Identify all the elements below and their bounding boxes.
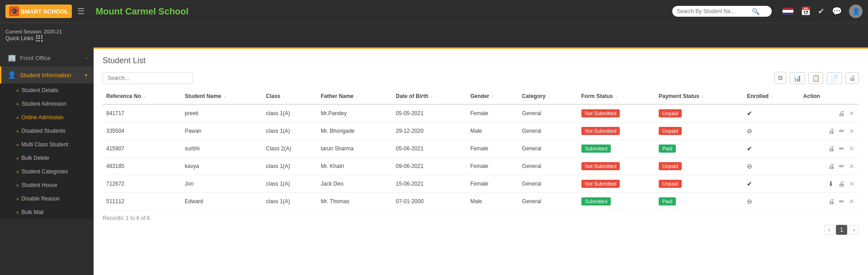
current-page-button[interactable]: 1 — [836, 225, 847, 235]
next-page-button[interactable]: › — [849, 225, 859, 235]
cell-gender: Female — [467, 175, 518, 193]
cell-payment-status: Paid — [655, 193, 743, 210]
sidebar-item-bulk-mail[interactable]: » Bulk Mail — [0, 205, 94, 219]
edit-button[interactable]: ✏ — [838, 162, 845, 171]
prev-page-button[interactable]: ‹ — [824, 225, 834, 235]
delete-button[interactable]: ✕ — [848, 109, 855, 118]
form-status-badge: Submitted — [581, 144, 611, 153]
csv-button[interactable]: 📋 — [808, 72, 823, 84]
delete-button[interactable]: ✕ — [848, 197, 855, 206]
cell-category: General — [519, 175, 578, 193]
col-payment-status: Payment Status ↕ — [655, 89, 743, 104]
cell-ref: 511112 — [103, 193, 181, 210]
disabled-students-label: Disabled Students — [22, 128, 66, 134]
print-row-button[interactable]: 🖨 — [827, 126, 835, 135]
grid-icon[interactable] — [36, 35, 42, 42]
hamburger-icon[interactable]: ☰ — [77, 6, 85, 16]
edit-button[interactable]: ✏ — [838, 144, 845, 153]
cell-action: 🖨✕ — [800, 104, 859, 122]
cell-action: 🖨✏✕ — [800, 193, 859, 210]
sidebar-item-student-information[interactable]: 👤 Student Information ▾ — [0, 66, 94, 84]
sidebar-item-student-categories[interactable]: » Student Categories — [0, 165, 94, 178]
cell-dob: 09-06-2021 — [392, 158, 467, 175]
student-details-label: Student Details — [22, 87, 58, 93]
delete-button[interactable]: ✕ — [848, 162, 855, 171]
avatar[interactable]: 👤 — [849, 5, 863, 18]
navbar-icons: 📅 ✔ 💬 👤 — [783, 5, 863, 18]
col-gender: Gender ↕ — [467, 89, 518, 104]
edit-button[interactable]: ✏ — [838, 126, 845, 135]
delete-button[interactable]: ✕ — [848, 126, 855, 135]
online-admission-label: Online Admission — [22, 114, 64, 121]
col-ref: Reference No ↕ — [103, 89, 181, 104]
cell-ref: 335504 — [103, 122, 181, 140]
logo-text: SMART SCHOOL — [21, 8, 68, 15]
cell-action: 🖨✏✕ — [800, 158, 859, 175]
edit-button[interactable]: ✏ — [838, 197, 845, 206]
disable-reason-label: Disable Reason — [22, 196, 60, 202]
cell-payment-status: Paid — [655, 140, 743, 158]
copy-button[interactable]: ⧉ — [774, 72, 786, 84]
task-icon[interactable]: ✔ — [818, 6, 825, 16]
col-name: Student Name ↕ — [181, 89, 262, 104]
form-status-badge: Submitted — [581, 197, 611, 205]
cell-father: Mr. Bhongade — [317, 122, 392, 140]
print-row-button[interactable]: 🖨 — [827, 197, 835, 206]
form-status-badge: Not Submitted — [581, 162, 620, 170]
pagination: ‹ 1 › — [103, 225, 859, 235]
search-icon[interactable]: 🔍 — [752, 8, 760, 15]
delete-button[interactable]: ✕ — [848, 179, 855, 188]
excel-button[interactable]: 📊 — [790, 72, 805, 84]
cell-gender: Male — [467, 122, 518, 140]
enrolled-icon: ⊖ — [747, 198, 752, 205]
cell-enrolled: ⊖ — [743, 193, 799, 210]
table-search-input[interactable] — [103, 72, 193, 84]
sidebar-item-student-details[interactable]: » Student Details — [0, 84, 94, 97]
print-row-button[interactable]: 🖨 — [827, 162, 835, 171]
sidebar-item-multi-class[interactable]: » Multi Class Student — [0, 138, 94, 151]
cell-dob: 05-06-2021 — [392, 140, 467, 158]
cell-enrolled: ✔ — [743, 175, 799, 193]
global-search[interactable]: 🔍 — [672, 6, 772, 17]
whatsapp-icon[interactable]: 💬 — [832, 6, 842, 16]
sidebar-item-disabled-students[interactable]: » Disabled Students — [0, 124, 94, 138]
sidebar-item-student-admission[interactable]: » Student Admission — [0, 97, 94, 111]
enrolled-icon: ⊖ — [747, 163, 752, 170]
cell-enrolled: ✔ — [743, 104, 799, 122]
sidebar-item-student-house[interactable]: » Student House — [0, 178, 94, 192]
cell-dob: 29-12-2020 — [392, 122, 467, 140]
pdf-button[interactable]: 📄 — [827, 72, 842, 84]
arrow-icon: » — [16, 169, 19, 174]
row-actions: 🖨✕ — [803, 109, 855, 118]
bulk-delete-label: Bulk Delete — [22, 155, 49, 161]
cell-class: class 1(A) — [262, 193, 317, 210]
cell-enrolled: ✔ — [743, 140, 799, 158]
table-row: 483185 kavya class 1(A) Mr. Khatri 09-06… — [103, 158, 859, 175]
sidebar-item-front-office[interactable]: 🏢 Front Office ‹ — [0, 49, 94, 66]
logo[interactable]: 🎓 SMART SCHOOL — [5, 5, 72, 18]
payment-status-badge: Unpaid — [659, 127, 682, 135]
print-row-button[interactable]: 🖨 — [837, 179, 845, 188]
download-button[interactable]: ⬇ — [827, 179, 835, 188]
cell-category: General — [519, 140, 578, 158]
print-row-button[interactable]: 🖨 — [837, 109, 845, 118]
sidebar-item-bulk-delete[interactable]: » Bulk Delete — [0, 151, 94, 165]
quick-links[interactable]: Quick Links — [5, 35, 62, 42]
print-row-button[interactable]: 🖨 — [827, 144, 835, 153]
student-submenu: » Student Details » Student Admission » … — [0, 84, 94, 219]
global-search-input[interactable] — [677, 8, 749, 14]
flag-icon[interactable] — [783, 8, 793, 15]
session-info: Current Session: 2020-21 — [5, 29, 62, 34]
cell-gender: Male — [467, 193, 518, 210]
calendar-icon[interactable]: 📅 — [801, 6, 811, 16]
cell-name: Pawan — [181, 122, 262, 140]
cell-class: class 1(A) — [262, 122, 317, 140]
sidebar-item-disable-reason[interactable]: » Disable Reason — [0, 192, 94, 205]
arrow-icon: » — [16, 183, 19, 188]
print-button[interactable]: 🖨 — [845, 72, 859, 84]
multi-class-label: Multi Class Student — [22, 141, 68, 148]
cell-action: 🖨✏✕ — [800, 122, 859, 140]
delete-button[interactable]: ✕ — [848, 144, 855, 153]
sidebar-item-online-admission[interactable]: » Online Admission — [0, 111, 94, 124]
cell-name: Edward — [181, 193, 262, 210]
